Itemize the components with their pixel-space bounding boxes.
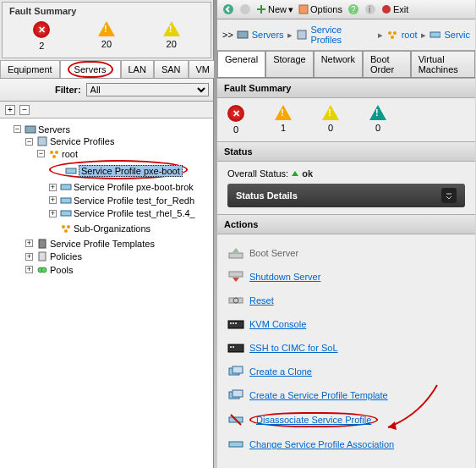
tree-profile-pxe-boot[interactable]: Service Profile pxe-boot [54, 165, 183, 177]
svg-rect-13 [39, 252, 46, 261]
tree-profile-pxe-boot-broken[interactable]: + Service Profile pxe-boot-brok [49, 182, 194, 192]
svg-rect-37 [230, 322, 232, 324]
svg-rect-8 [61, 211, 71, 216]
tab-general[interactable]: General [217, 51, 265, 77]
tree-service-profiles[interactable]: − Service Profiles [25, 136, 114, 146]
svg-rect-44 [233, 366, 243, 373]
svg-point-15 [41, 267, 47, 273]
expand-all-icon[interactable]: + [5, 105, 15, 115]
info-icon[interactable]: i [364, 3, 376, 15]
crumb-servers[interactable]: Servers [252, 30, 284, 40]
tab-storage[interactable]: Storage [265, 51, 314, 77]
action-boot-server[interactable]: Boot Server [227, 241, 465, 265]
options-button[interactable]: Options [298, 4, 342, 14]
tree-pools[interactable]: + Pools [25, 265, 74, 275]
tree-policies[interactable]: + Policies [25, 251, 82, 262]
fault-minor[interactable]: ! 20 [163, 21, 180, 51]
new-button[interactable]: New ▾ [256, 4, 293, 15]
tab-equipment[interactable]: Equipment [0, 60, 60, 78]
svg-rect-38 [233, 322, 234, 324]
exit-button[interactable]: Exit [381, 4, 408, 14]
tree-templates[interactable]: + Service Profile Templates [25, 239, 155, 249]
svg-point-30 [391, 36, 394, 39]
disassociate-icon [227, 413, 244, 427]
help-icon[interactable]: ? [347, 3, 359, 15]
tab-network[interactable]: Network [314, 51, 363, 77]
org-icon [60, 223, 72, 234]
expander-icon[interactable]: + [49, 184, 57, 191]
expander-icon[interactable]: + [25, 240, 33, 247]
tree-servers[interactable]: − Servers [14, 124, 70, 135]
svg-rect-46 [233, 390, 243, 397]
svg-rect-49 [229, 442, 243, 447]
svg-rect-41 [230, 346, 232, 348]
crumb-service[interactable]: Servic [444, 30, 470, 40]
nav-back-icon[interactable] [222, 3, 234, 15]
tree-view[interactable]: − Servers − Service Profiles [0, 118, 213, 468]
keyboard-icon [227, 317, 244, 331]
template-icon [227, 388, 244, 402]
expander-icon[interactable]: − [25, 138, 33, 146]
left-tabs: Equipment Servers LAN SAN VM Admin [0, 60, 213, 79]
arrow-up-icon [291, 170, 299, 179]
action-create-clone[interactable]: Create a Clone [227, 360, 465, 383]
expander-icon[interactable]: + [25, 253, 33, 261]
collapse-all-icon[interactable]: − [19, 105, 30, 115]
action-kvm-console[interactable]: KVM Console [227, 312, 465, 336]
svg-rect-19 [257, 8, 265, 10]
tab-servers[interactable]: Servers [60, 60, 121, 78]
tree-profile-test-rhel[interactable]: + Service Profile test_rhel_5.4_ [49, 208, 195, 218]
svg-rect-31 [430, 32, 440, 37]
fault-major[interactable]: ! 20 [98, 21, 115, 51]
action-shutdown-server[interactable]: Shutdown Server [227, 265, 465, 289]
tab-lan[interactable]: LAN [121, 60, 154, 78]
action-disassociate[interactable]: Disassociate Service Profile [227, 407, 465, 432]
expander-icon[interactable]: − [37, 150, 45, 157]
action-change-association[interactable]: Change Service Profile Association [227, 432, 465, 456]
expander-icon[interactable]: + [49, 196, 57, 204]
error-icon: ✕ [33, 21, 50, 38]
fault-critical[interactable]: ✕ 2 [33, 21, 50, 51]
tree-sub-orgs[interactable]: Sub-Organizations [49, 223, 150, 234]
filter-select[interactable]: All [86, 83, 209, 96]
svg-point-29 [393, 31, 397, 35]
nav-forward-icon[interactable] [239, 3, 251, 15]
expander-icon[interactable]: + [25, 266, 33, 273]
tab-boot-order[interactable]: Boot Order [363, 51, 411, 77]
svg-point-25 [382, 5, 391, 14]
action-create-template[interactable]: Create a Service Profile Template [227, 383, 465, 407]
fault-summary-right-title: Fault Summary [217, 78, 475, 98]
fault-minor-r[interactable]: ! 0 [322, 105, 339, 135]
svg-text:?: ? [351, 5, 356, 14]
expander-icon[interactable]: − [14, 125, 21, 133]
action-ssh[interactable]: SSH to CIMC for SoL [227, 336, 465, 360]
expander-icon[interactable]: + [49, 210, 57, 217]
svg-rect-39 [235, 322, 237, 324]
tab-san[interactable]: SAN [154, 60, 189, 78]
overall-status: Overall Status: ok [227, 168, 465, 179]
fault-major-r[interactable]: ! 1 [275, 105, 292, 135]
status-details-toggle[interactable]: Status Details [227, 184, 465, 207]
svg-rect-32 [229, 253, 243, 258]
keyboard-icon [227, 341, 244, 355]
tab-virtual-machines[interactable]: Virtual Machines [411, 51, 475, 77]
action-reset[interactable]: Reset [227, 289, 465, 312]
toolbar-right: New ▾ Options ? i Exit [217, 0, 475, 19]
filter-row: Filter: All [0, 79, 213, 102]
filter-label: Filter: [55, 85, 81, 95]
server-icon [237, 30, 249, 40]
fault-info-r[interactable]: ! 0 [369, 105, 386, 135]
tree-root-org[interactable]: − root [37, 149, 78, 159]
svg-point-11 [64, 229, 68, 233]
svg-rect-34 [229, 298, 243, 303]
svg-point-17 [240, 4, 250, 14]
crumb-profiles[interactable]: Service Profiles [310, 25, 374, 45]
chevron-down-icon [441, 188, 457, 203]
tab-vm[interactable]: VM [189, 60, 218, 78]
svg-rect-40 [228, 344, 243, 352]
fault-critical-r[interactable]: ✕ 0 [227, 105, 244, 135]
actions-title: Actions [217, 214, 475, 234]
crumb-root[interactable]: root [402, 30, 418, 40]
tree-profile-test-redhat[interactable]: + Service Profile test_for_Redh [49, 195, 194, 206]
fault-summary-left: Fault Summary ✕ 2 ! 20 ! 20 [2, 2, 211, 58]
